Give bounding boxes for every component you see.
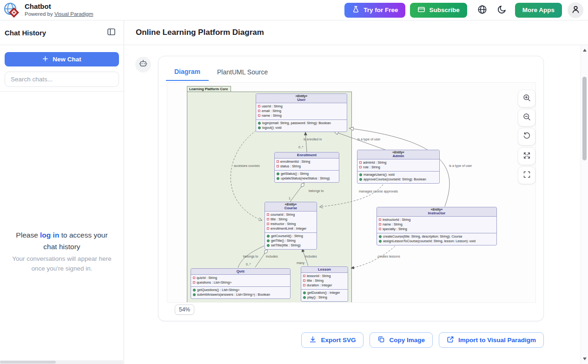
attribute-text: email : String [262, 109, 281, 113]
app-window: Chatbot Powered by Visual Paradigm Try f… [0, 0, 588, 364]
tab-plantuml-source[interactable]: PlantUML Source [209, 64, 276, 81]
import-to-visual-paradigm-button[interactable]: Import to Visual Paradigm [439, 332, 544, 348]
class-stereotype: «Entity» [379, 208, 495, 211]
attribute-text: enrollmentId : String [280, 159, 310, 164]
operation-text: getDuration() : Integer [307, 291, 340, 295]
plus-icon [42, 56, 48, 63]
field-icon [267, 227, 269, 230]
language-globe-button[interactable] [477, 5, 487, 16]
attribute-text: instructorId : String [383, 218, 410, 222]
uml-class-enrollment: Enrollment enrollmentId : String status … [274, 152, 339, 183]
attribute-text: duration : Integer [307, 283, 332, 288]
attribute-row: name : String [377, 222, 496, 227]
field-icon [303, 284, 305, 286]
scroll-down-arrow[interactable] [583, 357, 587, 360]
field-icon [193, 281, 195, 284]
method-icon [303, 291, 306, 294]
try-for-free-button[interactable]: Try for Free [344, 3, 405, 18]
attribute-row: role : String [357, 165, 439, 170]
diagram-canvas[interactable]: Learning Platform Core [167, 82, 536, 303]
class-name: User [258, 98, 345, 102]
class-operations: manageUsers(): void approveCourse(course… [357, 171, 439, 183]
collapse-sidebar-button[interactable] [107, 28, 115, 37]
tab-diagram[interactable]: Diagram [166, 64, 209, 81]
attribute-text: userId : String [262, 104, 283, 109]
chat-history-sidebar: Chat History New Chat Please log in to a… [0, 20, 124, 364]
class-header: Enrollment [275, 152, 339, 159]
method-icon [193, 293, 196, 296]
operation-row: assignLessonToCourse(courseId: String, l… [377, 239, 496, 244]
class-stereotype: «Entity» [258, 94, 345, 98]
sidebar-header: Chat History [0, 20, 124, 45]
subscribe-button[interactable]: Subscribe [410, 3, 467, 18]
class-operations: getStatus() : String updateStatus(newSta… [275, 170, 339, 182]
sidebar-horizontal-scrollbar[interactable] [0, 360, 123, 364]
operation-row: login(email: String, password: String): … [256, 121, 347, 126]
edge-label: is a type of user [449, 164, 472, 168]
copy-icon [377, 336, 385, 344]
page-title: Online Learning Platform Diagram [136, 28, 264, 37]
operation-row: logout(): void [256, 126, 347, 130]
more-apps-label: More Apps [522, 7, 555, 13]
log-in-link[interactable]: log in [40, 231, 59, 239]
visual-paradigm-link[interactable]: Visual Paradigm [54, 11, 93, 17]
field-icon [258, 110, 260, 112]
vertical-scrollbar[interactable] [581, 45, 588, 364]
search-chats-input[interactable] [5, 72, 119, 87]
method-icon [303, 296, 306, 299]
field-icon [267, 218, 269, 220]
class-name: Enrollment [277, 153, 337, 157]
attribute-row: instructorId : String [377, 218, 496, 222]
class-operations: login(email: String, password: String): … [256, 119, 347, 132]
operation-text: setTitle(title : String) [271, 243, 301, 248]
copy-image-label: Copy Image [389, 337, 425, 344]
scroll-up-arrow[interactable] [583, 49, 587, 52]
operation-text: play() : String [307, 295, 327, 300]
new-chat-button[interactable]: New Chat [5, 52, 119, 66]
diagram-actions: Export SVG Copy Image Import to Visual P… [301, 332, 544, 348]
operation-row: getCourseId() : String [265, 234, 317, 238]
edge-label: belongs to [309, 189, 324, 193]
copy-image-button[interactable]: Copy Image [370, 332, 433, 348]
external-link-icon [447, 336, 454, 344]
chat-content: Diagram PlantUML Source Learning Platfor… [124, 45, 588, 364]
moon-icon [497, 5, 507, 15]
method-icon [379, 240, 382, 243]
attribute-row: courseId : String [265, 212, 317, 217]
attribute-row: enrollmentId : String [275, 159, 339, 164]
edge-label: accesses courses [234, 164, 260, 167]
class-attributes: lessonId : String title : String duratio… [301, 273, 348, 289]
subscribe-label: Subscribe [429, 7, 459, 13]
user-avatar-button[interactable] [568, 2, 583, 18]
field-icon [303, 275, 305, 277]
attribute-text: courseId : String [271, 212, 295, 217]
visual-paradigm-logo [4, 2, 20, 18]
export-svg-button[interactable]: Export SVG [301, 332, 363, 348]
operation-row: getStatus() : String [275, 172, 339, 176]
operation-row: getTitle() : String [265, 238, 317, 243]
attribute-text: title : String [271, 217, 287, 222]
dark-mode-toggle[interactable] [497, 5, 507, 15]
uml-class-user: «Entity» User userId : String email : St… [256, 93, 347, 132]
field-icon [267, 223, 269, 225]
edge-course-quiz-aggregation [255, 250, 267, 267]
uml-class-admin: «Entity» Admin adminId : String role : S… [357, 150, 440, 184]
operation-text: submitAnswers(answers : List<String>) : … [197, 292, 270, 297]
operation-row: setTitle(title : String) [265, 243, 317, 248]
class-attributes: courseId : String title : String instruc… [265, 212, 317, 232]
field-icon [267, 213, 269, 216]
operation-text: updateStatus(newStatus : String) [281, 176, 330, 181]
method-icon [258, 122, 261, 125]
sidebar-title: Chat History [5, 29, 46, 37]
edge-label: belongs to [243, 255, 258, 258]
attribute-text: role : String [363, 165, 380, 170]
scrollbar-thumb[interactable] [0, 361, 56, 364]
login-prefix: Please [16, 231, 40, 239]
attribute-row: lessonId : String [301, 274, 348, 278]
class-header: «Entity» Instructor [377, 207, 496, 217]
edge-label: creates lessons [377, 255, 400, 258]
attribute-row: specialty : String [377, 227, 496, 232]
edge-admin-course-dependency [320, 182, 385, 207]
scrollbar-thumb[interactable] [582, 77, 587, 160]
more-apps-button[interactable]: More Apps [515, 3, 562, 18]
